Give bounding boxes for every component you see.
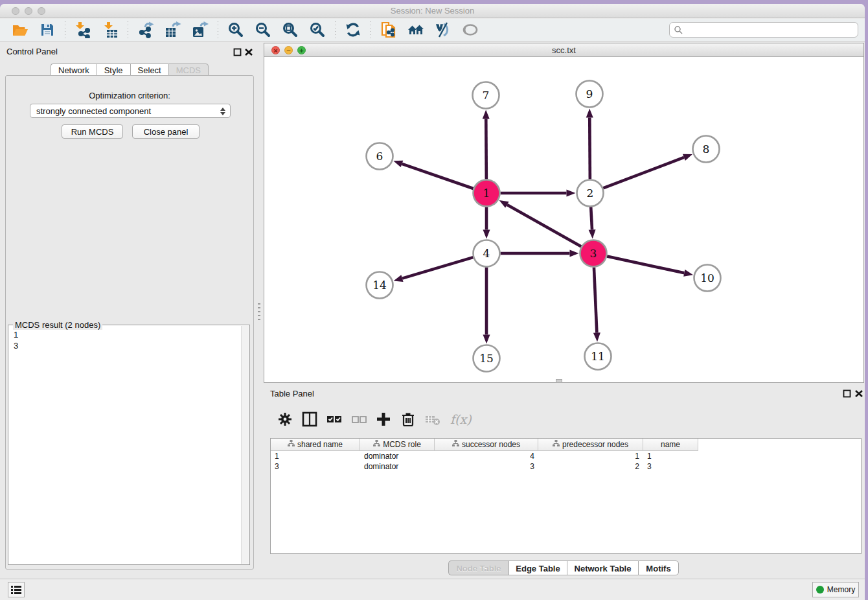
close-table-panel-icon[interactable] [854,389,863,398]
zoom-in-icon[interactable] [227,21,244,38]
tab-style[interactable]: Style [97,63,130,76]
table-cell[interactable]: 3 [435,461,538,472]
tab-node-table[interactable]: Node Table [448,560,508,575]
tab-edge-table[interactable]: Edge Table [508,560,567,575]
table-row[interactable]: 3dominator323 [271,461,861,472]
table-cell[interactable]: 3 [643,461,698,472]
float-table-panel-icon[interactable] [843,389,851,398]
save-session-icon[interactable] [39,21,56,38]
import-network-icon[interactable] [74,21,91,38]
toolbar-separator [128,21,128,38]
refresh-layout-icon[interactable] [345,21,361,38]
show-graphics-details-icon[interactable] [462,21,479,38]
column-header-successor-nodes[interactable]: successor nodes [435,439,538,451]
export-image-icon[interactable] [192,21,209,38]
run-mcds-button[interactable]: Run MCDS [62,124,123,139]
toolbar-separator [371,21,371,38]
column-header-name[interactable]: name [643,439,698,451]
arrowhead-icon [593,332,600,341]
zoom-out-icon[interactable] [255,21,271,38]
result-line: 3 [14,340,18,351]
criterion-value: strongly connected component [36,106,151,116]
zoom-fit-icon[interactable] [282,21,299,38]
toolbar-separator [335,21,336,38]
memory-button[interactable]: Memory [812,582,859,597]
table-options-gear-icon[interactable] [277,411,293,428]
delete-column-icon[interactable] [400,411,417,428]
criterion-dropdown[interactable]: strongly connected component [30,104,231,118]
add-column-icon[interactable] [375,411,392,428]
show-columns-icon[interactable] [301,411,318,428]
float-panel-icon[interactable] [233,48,242,56]
home-networks-icon[interactable] [407,21,424,38]
table-cell[interactable]: dominator [360,461,435,472]
select-all-icon[interactable] [326,411,343,428]
export-network-icon[interactable] [137,21,154,38]
node-label-4: 4 [483,247,490,260]
edge-3-11[interactable] [594,267,597,332]
search-input[interactable] [683,23,858,36]
edge-4-14[interactable] [402,257,473,278]
chevron-updown-icon [220,106,226,117]
open-session-icon[interactable] [12,21,29,38]
table-cell[interactable]: dominator [360,451,435,461]
node-label-2: 2 [587,187,594,200]
network-canvas[interactable]: 1234678910111415 [264,57,863,382]
column-label: predecessor nodes [562,440,628,449]
edge-1-7[interactable] [486,119,486,179]
control-panel-tabs: Network Style Select MCDS [51,63,209,76]
column-header-shared-name[interactable]: shared name [271,439,360,451]
table-header-row: shared nameMCDS rolesuccessor nodesprede… [271,439,861,451]
close-panel-button[interactable]: Close panel [132,124,200,139]
edge-3-10[interactable] [607,257,684,273]
close-panel-icon[interactable] [244,48,253,56]
table-tabs: Node Table Edge Table Network Table Moti… [448,560,679,575]
delete-table-icon [424,411,441,428]
edge-3-1[interactable] [507,205,581,247]
tab-mcds[interactable]: MCDS [168,63,209,76]
column-header-predecessor-nodes[interactable]: predecessor nodes [538,439,643,451]
result-scrollbar[interactable] [241,326,249,564]
clone-network-icon[interactable] [380,21,397,38]
splitter-handle[interactable] [556,379,562,383]
table-cell[interactable]: 1 [538,451,643,461]
column-header-MCDS-role[interactable]: MCDS role [360,439,435,451]
splitter-handle[interactable] [258,303,260,320]
status-bar: Memory [0,579,865,600]
zoom-selected-icon[interactable] [309,21,326,38]
style-brush-icon[interactable] [435,21,451,38]
node-label-14: 14 [372,279,387,292]
arrowhead-icon [586,108,593,117]
table-row[interactable]: 1dominator411 [271,451,861,461]
tab-network[interactable]: Network [51,63,97,76]
tab-network-table[interactable]: Network Table [567,560,638,575]
edge-2-3[interactable] [591,207,592,229]
arrowhead-icon [683,154,692,161]
control-panel-title: Control Panel [6,47,58,56]
table-cell[interactable]: 2 [538,461,643,472]
column-label: shared name [297,440,343,449]
table-cell[interactable]: 3 [271,461,360,472]
arrowhead-icon [483,335,490,344]
edge-2-8[interactable] [603,157,684,188]
memory-label: Memory [827,585,855,594]
table-cell[interactable]: 1 [271,451,360,461]
session-title: Session: New Session [0,6,865,16]
node-label-3: 3 [590,247,597,260]
tab-select[interactable]: Select [130,63,168,76]
node-label-10: 10 [700,271,714,284]
table-cell[interactable]: 4 [435,451,538,461]
table-cell[interactable]: 1 [643,451,698,461]
edge-2-9[interactable] [589,117,590,179]
import-table-icon[interactable] [102,21,119,38]
search-icon [674,25,683,35]
edge-1-6[interactable] [402,164,473,189]
export-table-icon[interactable] [165,21,181,38]
column-label: MCDS role [383,440,421,449]
mcds-result-box: 1 3 [8,325,250,565]
column-label: successor nodes [462,440,520,449]
task-history-button[interactable] [8,582,25,597]
deselect-all-icon[interactable] [350,411,367,428]
tab-motifs[interactable]: Motifs [638,560,679,575]
node-label-6: 6 [376,150,383,163]
